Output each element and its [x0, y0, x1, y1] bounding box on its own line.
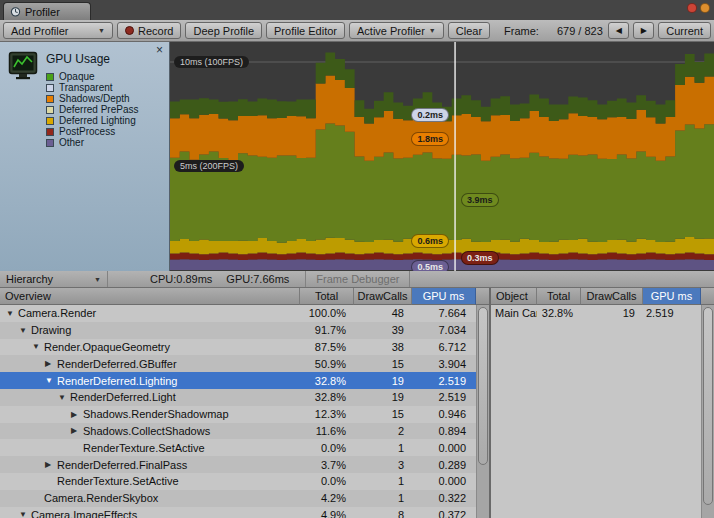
drawcalls-cell: 48	[354, 307, 412, 319]
tree-row[interactable]: Camera.RenderSkybox4.2%10.322	[0, 490, 476, 507]
tree-collapsed-arrow-icon[interactable]: ▶	[71, 410, 83, 419]
scrollbar-thumb[interactable]	[703, 307, 713, 505]
active-profiler-label: Active Profiler	[357, 25, 425, 37]
column-header-drawcalls[interactable]: DrawCalls	[354, 288, 412, 305]
column-header-total[interactable]: Total	[537, 288, 581, 305]
tree-expanded-arrow-icon[interactable]: ▼	[58, 393, 70, 402]
tree-expanded-arrow-icon[interactable]: ▼	[45, 376, 57, 385]
add-profiler-dropdown[interactable]: Add Profiler ▼	[3, 22, 113, 39]
drawcalls-cell: 15	[354, 408, 412, 420]
frame-debugger-button[interactable]: Frame Debugger	[305, 271, 410, 287]
frame-nav-group: ◀ ▶ Current	[608, 22, 711, 39]
profiler-clock-icon	[10, 6, 21, 17]
legend-item-other[interactable]: Other	[46, 137, 138, 148]
tree-collapsed-arrow-icon[interactable]: ▶	[45, 359, 57, 368]
tree-expanded-arrow-icon[interactable]: ▼	[19, 326, 31, 335]
row-label-cell: ▼Camera.Render	[0, 307, 300, 319]
tree-row[interactable]: ▼Drawing91.7%397.034	[0, 322, 476, 339]
column-header-overview[interactable]: Overview	[0, 288, 300, 305]
active-profiler-dropdown[interactable]: Active Profiler ▼	[349, 22, 444, 39]
tree-row[interactable]: ▼Camera.Render100.0%487.664	[0, 305, 476, 322]
object-row[interactable]: Main Camera32.8%192.519	[491, 305, 701, 322]
legend-item-opaque[interactable]: Opaque	[46, 71, 138, 82]
overview-scrollbar[interactable]	[476, 305, 489, 518]
total-cell: 4.2%	[300, 492, 354, 504]
column-header-gpu-ms[interactable]: GPU ms	[643, 288, 701, 305]
row-label-cell: ▼Drawing	[0, 324, 300, 336]
drawcalls-cell: 3	[354, 459, 412, 471]
gpums-cell: 7.664	[412, 307, 476, 319]
object-body: Main Camera32.8%192.519	[491, 305, 701, 518]
legend-item-deferred-lighting[interactable]: Deferred Lighting	[46, 115, 138, 126]
tree-expanded-arrow-icon[interactable]: ▼	[19, 510, 31, 518]
legend-item-shadows-depth[interactable]: Shadows/Depth	[46, 93, 138, 104]
tree-row[interactable]: ▼RenderDeferred.Lighting32.8%192.519	[0, 372, 476, 389]
legend-label: Deferred Lighting	[59, 115, 136, 126]
profile-editor-label: Profile Editor	[274, 25, 337, 37]
gpu-chart[interactable]: 10ms (100FPS)5ms (200FPS)0.2ms1.8ms3.9ms…	[170, 42, 714, 271]
clear-label: Clear	[456, 25, 482, 37]
scrollbar-thumb[interactable]	[478, 307, 488, 465]
gpums-cell: 0.322	[412, 492, 476, 504]
legend-item-postprocess[interactable]: PostProcess	[46, 126, 138, 137]
total-cell: 0.0%	[300, 442, 354, 454]
close-icon[interactable]: ×	[156, 43, 163, 57]
legend-label: Deferred PrePass	[59, 104, 138, 115]
legend-swatch	[46, 128, 54, 136]
row-label: RenderTexture.SetActive	[57, 475, 179, 487]
legend-item-transparent[interactable]: Transparent	[46, 82, 138, 93]
object-scrollbar[interactable]	[701, 305, 714, 518]
tree-row[interactable]: ▼Camera.ImageEffects4.9%80.372	[0, 507, 476, 518]
current-frame-button[interactable]: Current	[658, 22, 711, 39]
column-header-gpu-ms[interactable]: GPU ms	[412, 288, 476, 305]
gpums-cell: 0.000	[412, 442, 476, 454]
tree-row[interactable]: RenderTexture.SetActive0.0%10.000	[0, 473, 476, 490]
tree-row[interactable]: ▶RenderDeferred.GBuffer50.9%153.904	[0, 355, 476, 372]
column-header-object[interactable]: Object	[491, 288, 537, 305]
hierarchy-label: Hierarchy	[6, 273, 53, 285]
tree-row[interactable]: RenderTexture.SetActive0.0%10.000	[0, 439, 476, 456]
tree-row[interactable]: ▶RenderDeferred.FinalPass3.7%30.289	[0, 456, 476, 473]
total-cell: 12.3%	[300, 408, 354, 420]
legend-swatch	[46, 106, 54, 114]
total-cell: 50.9%	[300, 358, 354, 370]
gpums-cell: 0.946	[412, 408, 476, 420]
object-panel: ObjectTotalDrawCallsGPU ms Main Camera32…	[491, 288, 714, 518]
tree-expanded-arrow-icon[interactable]: ▼	[32, 342, 44, 351]
legend-item-deferred-prepass[interactable]: Deferred PrePass	[46, 104, 138, 115]
record-button[interactable]: Record	[117, 22, 181, 39]
clear-button[interactable]: Clear	[448, 22, 490, 39]
tree-expanded-arrow-icon[interactable]: ▼	[6, 309, 18, 318]
tree-row[interactable]: ▼RenderDeferred.Light32.8%192.519	[0, 389, 476, 406]
tree-row[interactable]: ▶Shadows.CollectShadows11.6%20.894	[0, 423, 476, 440]
total-cell: 87.5%	[300, 341, 354, 353]
window-dot-red-icon[interactable]	[687, 3, 697, 13]
gpu-chart-svg	[170, 42, 714, 271]
legend-label: Shadows/Depth	[59, 93, 130, 104]
chart-series-other	[170, 259, 714, 270]
tab-profiler[interactable]: Profiler	[3, 2, 91, 20]
deep-profile-label: Deep Profile	[193, 25, 254, 37]
hierarchy-dropdown[interactable]: Hierarchy ▼	[0, 271, 108, 287]
row-label-cell: ▶Shadows.CollectShadows	[0, 425, 300, 437]
tab-label: Profiler	[25, 6, 60, 18]
legend-label: Transparent	[59, 82, 113, 93]
tree-row[interactable]: ▶Shadows.RenderShadowmap12.3%150.946	[0, 406, 476, 423]
window-dot-orange-icon[interactable]	[700, 3, 710, 13]
legend-label: PostProcess	[59, 126, 115, 137]
prev-frame-button[interactable]: ◀	[608, 22, 629, 39]
column-header-drawcalls[interactable]: DrawCalls	[581, 288, 643, 305]
titlebar: Profiler	[0, 0, 714, 21]
detail-area: OverviewTotalDrawCallsGPU ms ▼Camera.Ren…	[0, 288, 714, 518]
profile-editor-button[interactable]: Profile Editor	[266, 22, 345, 39]
next-frame-button[interactable]: ▶	[633, 22, 654, 39]
deep-profile-button[interactable]: Deep Profile	[185, 22, 262, 39]
drawcalls-cell: 1	[354, 492, 412, 504]
tree-collapsed-arrow-icon[interactable]: ▶	[45, 460, 57, 469]
tree-collapsed-arrow-icon[interactable]: ▶	[71, 426, 83, 435]
gpu-usage-icon	[8, 50, 40, 82]
column-header-total[interactable]: Total	[300, 288, 354, 305]
tree-row[interactable]: ▼Render.OpaqueGeometry87.5%386.712	[0, 339, 476, 356]
frame-counter: 679 / 823	[557, 25, 603, 37]
stats-bar: Hierarchy ▼ CPU:0.89ms GPU:7.66ms Frame …	[0, 271, 714, 288]
